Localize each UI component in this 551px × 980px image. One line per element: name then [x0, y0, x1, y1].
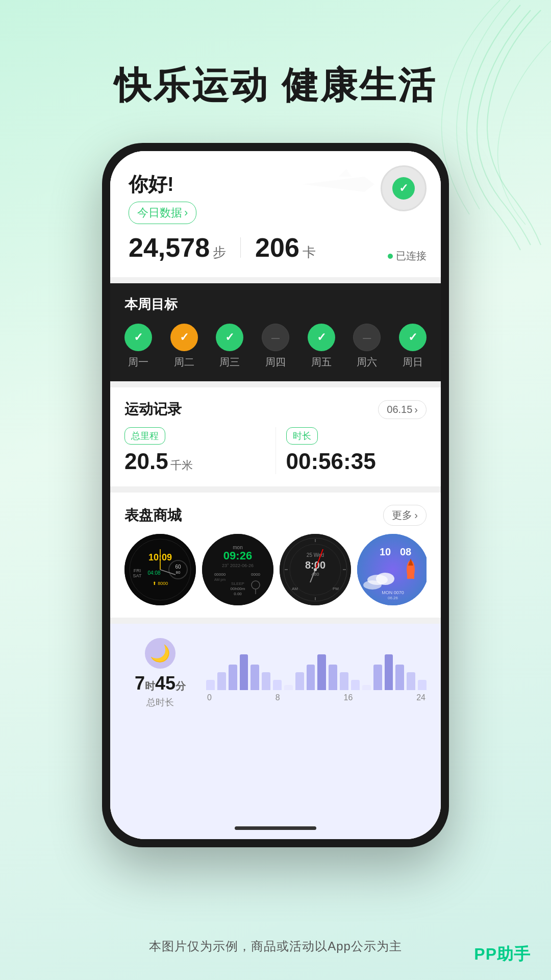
- svg-point-32: [314, 568, 317, 571]
- sleep-content: 🌙 7时45分 总时长: [124, 638, 427, 708]
- market-title: 表盘商城: [124, 506, 182, 525]
- watch-face-3[interactable]: 25 Wed 8:00 480 AM PM: [280, 534, 351, 605]
- record-title: 运动记录: [124, 400, 182, 419]
- bar-7: [273, 680, 282, 690]
- pp-watermark: PP助手: [474, 943, 531, 966]
- svg-text:FRI: FRI: [134, 568, 141, 573]
- bar-13: [340, 672, 348, 690]
- screen: 你好! 今日数据 ›: [110, 151, 441, 839]
- steps-unit: 步: [213, 243, 226, 261]
- header-section: 你好! 今日数据 ›: [110, 151, 441, 277]
- bar-18: [395, 665, 404, 690]
- day-tuesday: 周二: [170, 324, 198, 369]
- svg-text:60: 60: [175, 564, 181, 570]
- stat-divider: [240, 237, 241, 258]
- bar-19: [407, 672, 415, 690]
- duration-value-row: 00:56:35: [286, 449, 417, 474]
- day-circle-wednesday: [216, 324, 243, 351]
- day-circle-saturday: [353, 324, 381, 351]
- svg-text:SLEEP: SLEEP: [231, 581, 244, 586]
- watch-circle: [381, 165, 427, 211]
- svg-text:80: 80: [176, 570, 181, 575]
- chart-labels: 0 8 16 24: [206, 693, 427, 702]
- distance-value-row: 20.5 千米: [124, 449, 255, 474]
- weekly-title: 本周目标: [124, 296, 427, 313]
- day-circle-friday: [308, 324, 335, 351]
- chart-bars: [206, 644, 427, 690]
- bar-4: [240, 654, 248, 690]
- watch-icon: [381, 165, 427, 211]
- svg-text:PM: PM: [333, 586, 339, 591]
- day-circle-monday: [124, 324, 152, 351]
- watch-face-4-svg: 10 08 MON 0070 06.26: [357, 534, 427, 605]
- phone-outer: 你好! 今日数据 ›: [102, 143, 449, 847]
- svg-text:10: 10: [380, 546, 391, 557]
- bar-6: [262, 672, 270, 690]
- watch-face-3-svg: 25 Wed 8:00 480 AM PM: [280, 534, 351, 605]
- day-circle-thursday: [262, 324, 289, 351]
- sleep-section: 🌙 7时45分 总时长: [110, 624, 441, 839]
- watch-face-4[interactable]: 10 08 MON 0070 06.26: [357, 534, 427, 605]
- bar-9: [295, 672, 304, 690]
- distance-value: 20.5: [124, 449, 168, 474]
- sleep-left: 🌙 7时45分 总时长: [124, 638, 196, 708]
- connected-label: 已连接: [396, 249, 427, 263]
- bar-8: [284, 685, 293, 690]
- bar-3: [229, 665, 237, 690]
- bar-2: [217, 672, 226, 690]
- phone-mockup: 你好! 今日数据 ›: [102, 143, 449, 847]
- day-circle-tuesday: [170, 324, 198, 351]
- weekly-goal-section: 本周目标 周一 周二: [110, 283, 441, 381]
- today-data-button[interactable]: 今日数据 ›: [129, 202, 196, 224]
- svg-text:08: 08: [400, 546, 411, 557]
- day-wednesday: 周三: [216, 324, 243, 369]
- day-thursday: 周四: [262, 324, 289, 369]
- watch-face-1-svg: 10:09 FRI SAT 04:08 60 80 ⬆ 8000: [124, 534, 196, 605]
- svg-text:SAT: SAT: [133, 573, 142, 578]
- svg-text:23° 2022-06-26: 23° 2022-06-26: [222, 563, 254, 568]
- distance-unit: 千米: [170, 459, 193, 472]
- record-header: 运动记录 06.15 ›: [124, 400, 427, 419]
- svg-text:09:26: 09:26: [223, 549, 252, 562]
- distance-metric: 总里程 20.5 千米: [124, 427, 265, 474]
- bar-20: [418, 680, 427, 690]
- day-monday: 周一: [124, 324, 152, 369]
- sleep-chart: 0 8 16 24: [196, 644, 427, 702]
- bar-11: [317, 654, 326, 690]
- day-friday: 周五: [308, 324, 335, 369]
- duration-label: 时长: [286, 427, 318, 445]
- watch-face-2[interactable]: mon 09:26 23° 2022-06-26 00000 0000 AM p…: [202, 534, 273, 605]
- date-badge[interactable]: 06.15 ›: [378, 400, 427, 419]
- home-indicator[interactable]: [235, 826, 316, 830]
- duration-metric: 时长 00:56:35: [286, 427, 427, 474]
- more-button[interactable]: 更多 ›: [383, 505, 427, 526]
- connected-dot-icon: [388, 254, 393, 259]
- stats-row: 24,578 步 206 卡: [129, 232, 422, 263]
- market-header: 表盘商城 更多 ›: [124, 505, 427, 526]
- svg-point-43: [363, 580, 382, 590]
- watch-face-1[interactable]: 10:09 FRI SAT 04:08 60 80 ⬆ 8000: [124, 534, 196, 605]
- svg-rect-49: [412, 575, 414, 579]
- svg-text:00000: 00000: [214, 572, 226, 577]
- bar-5: [251, 665, 259, 690]
- day-circle-sunday: [399, 324, 427, 351]
- bar-1: [206, 680, 215, 690]
- day-sunday: 周日: [399, 324, 427, 369]
- bar-10: [307, 665, 315, 690]
- sleep-total-label: 总时长: [146, 696, 174, 708]
- sport-record-section: 运动记录 06.15 › 总里程 20.5 千米: [110, 387, 441, 486]
- svg-text:0000: 0000: [251, 572, 260, 577]
- day-saturday: 周六: [353, 324, 381, 369]
- bar-12: [329, 665, 337, 690]
- headline: 快乐运动 健康生活: [0, 0, 551, 110]
- bar-17: [385, 654, 393, 690]
- sleep-time: 7时45分: [135, 673, 186, 694]
- svg-text:⬆ 8000: ⬆ 8000: [153, 581, 168, 586]
- watch-faces-row: 10:09 FRI SAT 04:08 60 80 ⬆ 8000: [124, 534, 427, 605]
- calories-unit: 卡: [303, 243, 316, 261]
- duration-value: 00:56:35: [286, 449, 376, 474]
- watch-market-section: 表盘商城 更多 › 10:09: [110, 493, 441, 618]
- metrics-row: 总里程 20.5 千米 时长 00:56:35: [124, 427, 427, 474]
- distance-label: 总里程: [124, 427, 165, 445]
- calories-value: 206: [255, 232, 299, 263]
